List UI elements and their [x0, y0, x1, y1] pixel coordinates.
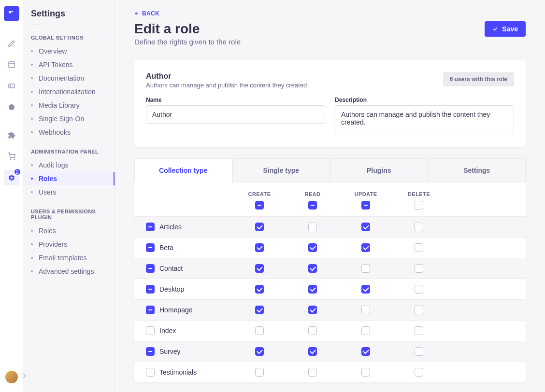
checkbox[interactable] [415, 223, 423, 231]
checkbox[interactable] [361, 264, 370, 273]
bullet-icon [31, 178, 33, 180]
content-icon[interactable] [4, 36, 19, 51]
sidenav-item[interactable]: API Tokens [23, 58, 115, 71]
perm-tab[interactable]: Plugins [330, 158, 428, 182]
perm-tab[interactable]: Single type [232, 158, 330, 182]
col-delete: DELETE [392, 191, 445, 197]
perm-tab[interactable]: Settings [428, 158, 526, 182]
checkbox[interactable] [255, 264, 264, 273]
sidenav-item[interactable]: Internationalization [23, 85, 115, 98]
checkbox[interactable] [308, 264, 317, 273]
checkbox[interactable] [255, 306, 264, 314]
builder-icon[interactable] [4, 57, 19, 72]
sidenav-item-label: Advanced settings [39, 267, 94, 275]
perm-row-label: Index [159, 327, 176, 335]
back-link[interactable]: BACK [134, 10, 159, 17]
section-label: Users & Permissions Plugin [23, 209, 115, 224]
checkbox[interactable] [146, 306, 155, 314]
app-logo[interactable] [4, 6, 19, 21]
info-icon[interactable] [4, 99, 19, 115]
name-input[interactable] [146, 105, 325, 124]
checkbox[interactable] [415, 368, 423, 377]
sidenav-item[interactable]: Providers [23, 238, 115, 251]
checkbox[interactable] [415, 306, 423, 314]
sidenav-item-label: Single Sign-On [39, 115, 84, 123]
checkbox[interactable] [146, 347, 155, 356]
bullet-icon [31, 230, 33, 232]
checkbox[interactable] [308, 243, 317, 252]
sidenav-item[interactable]: Email templates [23, 251, 115, 265]
bullet-icon [31, 50, 33, 52]
sidenav-item[interactable]: Audit logs [23, 158, 115, 172]
page-subtitle: Define the rights given to the role [134, 38, 241, 46]
main-content: BACK Edit a role Define the rights given… [115, 0, 545, 392]
checkbox[interactable] [308, 285, 317, 294]
sidenav-item[interactable]: Single Sign-On [23, 112, 115, 126]
checkbox[interactable] [361, 347, 370, 356]
checkbox[interactable] [146, 368, 155, 377]
perm-row: Index [134, 320, 526, 341]
perm-row-label: Desktop [159, 285, 184, 293]
checkbox[interactable] [146, 326, 155, 335]
checkbox[interactable] [308, 306, 317, 314]
checkbox[interactable] [255, 243, 264, 252]
checkbox[interactable] [255, 326, 264, 335]
page-title: Edit a role [134, 21, 241, 37]
checkbox[interactable] [361, 223, 370, 231]
sidenav-item-label: Users [39, 188, 57, 196]
perm-row: Contact [134, 258, 526, 279]
plugins-icon[interactable] [4, 127, 19, 143]
sidenav-item[interactable]: Overview [23, 44, 115, 58]
checkbox[interactable] [308, 347, 317, 356]
checkbox[interactable] [361, 285, 370, 294]
checkbox[interactable] [255, 223, 264, 231]
checkbox[interactable] [146, 285, 155, 294]
checkbox[interactable] [361, 243, 370, 252]
checkbox[interactable] [415, 285, 423, 294]
sidenav-item[interactable]: Media Library [23, 98, 115, 112]
sidenav-title: Settings [23, 9, 115, 25]
checkbox[interactable] [146, 223, 155, 231]
sidenav-item[interactable]: Users [23, 185, 115, 199]
checkbox[interactable] [255, 201, 264, 210]
description-input[interactable] [335, 105, 514, 135]
sidenav-item[interactable]: Roles [23, 172, 115, 185]
checkbox[interactable] [361, 201, 370, 210]
checkbox[interactable] [361, 326, 370, 335]
checkbox[interactable] [415, 326, 423, 335]
perm-row: Testimonials [134, 362, 526, 382]
checkbox[interactable] [361, 368, 370, 377]
sidenav-item[interactable]: Roles [23, 224, 115, 238]
description-label: Description [335, 97, 514, 103]
checkbox[interactable] [308, 326, 317, 335]
checkbox[interactable] [146, 264, 155, 273]
checkbox[interactable] [415, 347, 423, 356]
checkbox[interactable] [255, 347, 264, 356]
marketplace-icon[interactable] [4, 149, 19, 164]
sidenav-item[interactable]: Documentation [23, 71, 115, 85]
checkbox[interactable] [415, 243, 423, 252]
sidenav-item[interactable]: Webhooks [23, 126, 115, 139]
sidenav-item[interactable]: Advanced settings [23, 265, 115, 278]
checkbox[interactable] [415, 264, 423, 273]
checkbox[interactable] [308, 223, 317, 231]
checkbox[interactable] [308, 368, 317, 377]
perm-row: Desktop [134, 279, 526, 299]
sidenav-item-label: Email templates [39, 254, 87, 262]
checkbox[interactable] [146, 243, 155, 252]
checkbox[interactable] [255, 368, 264, 377]
svg-rect-0 [9, 11, 11, 14]
name-label: Name [146, 97, 325, 103]
user-avatar[interactable] [5, 371, 18, 383]
divider [31, 25, 43, 25]
sidenav-item-label: Webhooks [39, 128, 71, 136]
perm-tab[interactable]: Collection type [134, 158, 232, 182]
svg-point-5 [10, 85, 11, 86]
settings-icon[interactable]: 2 [4, 170, 19, 185]
checkbox[interactable] [255, 285, 264, 294]
save-button[interactable]: Save [485, 21, 526, 37]
checkbox[interactable] [415, 201, 423, 210]
media-icon[interactable] [4, 78, 19, 94]
checkbox[interactable] [308, 201, 317, 210]
checkbox[interactable] [361, 306, 370, 314]
